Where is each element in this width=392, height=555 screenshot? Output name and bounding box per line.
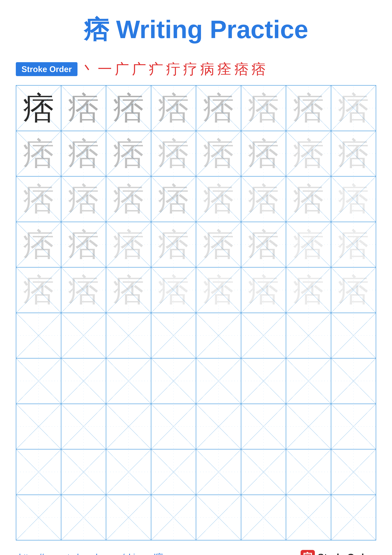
practice-char: 痞 (203, 183, 234, 215)
practice-char: 痞 (68, 183, 99, 215)
grid-cell[interactable]: 痞 (241, 222, 286, 267)
grid-cell[interactable]: 痞 (151, 176, 196, 222)
practice-char: 痞 (203, 274, 234, 306)
grid-cell[interactable] (16, 404, 61, 449)
grid-cell[interactable] (61, 449, 107, 495)
grid-cell[interactable] (286, 313, 331, 358)
practice-char: 痞 (203, 92, 234, 124)
grid-cell[interactable] (241, 358, 286, 404)
grid-cell[interactable]: 痞 (331, 131, 376, 176)
practice-char: 痞 (68, 138, 99, 169)
grid-cell[interactable]: 痞 (286, 131, 331, 176)
grid-cell[interactable]: 痞 (331, 222, 376, 267)
grid-cell[interactable]: 痞 (106, 222, 151, 267)
grid-cell[interactable] (151, 495, 196, 540)
grid-cell[interactable] (286, 495, 331, 540)
grid-cell[interactable] (106, 358, 151, 404)
grid-cell[interactable] (331, 313, 376, 358)
grid-cell[interactable]: 痞 (16, 268, 61, 313)
grid-cell[interactable]: 痞 (331, 268, 376, 313)
grid-cell[interactable]: 痞 (286, 222, 331, 267)
grid-cell[interactable] (16, 449, 61, 495)
page: 痞 Writing Practice Stroke Order 丶 一 广 广 … (0, 0, 392, 555)
grid-cell[interactable] (151, 358, 196, 404)
grid-cell[interactable] (196, 449, 241, 495)
grid-cell[interactable] (286, 449, 331, 495)
grid-cell[interactable] (196, 495, 241, 540)
grid-cell[interactable]: 痞 (61, 268, 107, 313)
grid-cell[interactable] (151, 313, 196, 358)
practice-char: 痞 (338, 229, 369, 260)
grid-cell[interactable] (106, 449, 151, 495)
grid-cell[interactable] (151, 404, 196, 449)
grid-cell[interactable]: 痞 (331, 176, 376, 222)
grid-cell[interactable] (196, 313, 241, 358)
grid-cell[interactable] (61, 358, 107, 404)
practice-char: 痞 (158, 229, 189, 260)
grid-cell[interactable] (331, 404, 376, 449)
grid-cell[interactable] (286, 358, 331, 404)
logo-icon: 字 (301, 550, 315, 555)
practice-char: 痞 (68, 92, 99, 124)
practice-char: 痞 (293, 92, 324, 124)
practice-char: 痞 (158, 183, 189, 215)
grid-cell[interactable]: 痞 (196, 268, 241, 313)
grid-cell[interactable] (331, 495, 376, 540)
grid-cell[interactable] (196, 358, 241, 404)
stroke-order-row: Stroke Order 丶 一 广 广 疒 疔 疗 病 痊 痞 痞 (16, 59, 376, 79)
grid-cell[interactable]: 痞 (286, 268, 331, 313)
grid-cell[interactable]: 痞 (241, 131, 286, 176)
grid-row: 痞 痞 痞 痞 痞 痞 痞 痞 (16, 176, 376, 222)
grid-cell[interactable]: 痞 (151, 131, 196, 176)
grid-cell[interactable] (16, 358, 61, 404)
grid-cell[interactable] (241, 495, 286, 540)
grid-cell[interactable] (106, 404, 151, 449)
grid-cell[interactable]: 痞 (16, 176, 61, 222)
grid-cell[interactable] (61, 313, 107, 358)
grid-cell[interactable]: 痞 (196, 176, 241, 222)
grid-cell[interactable] (241, 404, 286, 449)
grid-cell[interactable]: 痞 (151, 86, 196, 131)
grid-cell[interactable] (106, 313, 151, 358)
grid-cell[interactable]: 痞 (286, 176, 331, 222)
grid-cell[interactable]: 痞 (16, 131, 61, 176)
grid-row: 痞 痞 痞 痞 痞 痞 痞 痞 (16, 268, 376, 313)
grid-cell[interactable]: 痞 (61, 131, 107, 176)
practice-char: 痞 (23, 92, 54, 124)
grid-cell[interactable]: 痞 (196, 222, 241, 267)
grid-cell[interactable] (331, 449, 376, 495)
grid-cell[interactable]: 痞 (331, 86, 376, 131)
grid-cell[interactable]: 痞 (61, 176, 107, 222)
grid-cell[interactable]: 痞 (61, 222, 107, 267)
grid-cell[interactable] (61, 404, 107, 449)
grid-row (16, 449, 376, 495)
grid-cell[interactable]: 痞 (196, 131, 241, 176)
grid-cell[interactable] (241, 313, 286, 358)
grid-cell[interactable]: 痞 (196, 86, 241, 131)
grid-cell[interactable] (241, 449, 286, 495)
grid-cell[interactable]: 痞 (16, 222, 61, 267)
grid-cell[interactable]: 痞 (241, 268, 286, 313)
grid-cell[interactable] (331, 358, 376, 404)
grid-cell[interactable] (196, 404, 241, 449)
grid-cell[interactable]: 痞 (106, 131, 151, 176)
grid-cell[interactable]: 痞 (106, 268, 151, 313)
grid-cell[interactable]: 痞 (151, 268, 196, 313)
practice-char: 痞 (113, 92, 144, 124)
practice-grid[interactable]: 痞 痞 痞 痞 痞 痞 痞 痞 痞 痞 痞 痞 痞 痞 痞 痞 痞 痞 痞 痞 … (16, 85, 376, 540)
grid-cell[interactable]: 痞 (241, 176, 286, 222)
grid-cell[interactable] (61, 495, 107, 540)
grid-cell[interactable]: 痞 (106, 176, 151, 222)
grid-row: 痞 痞 痞 痞 痞 痞 痞 痞 (16, 86, 376, 131)
grid-cell[interactable]: 痞 (151, 222, 196, 267)
grid-cell[interactable] (16, 313, 61, 358)
grid-cell[interactable]: 痞 (61, 86, 107, 131)
grid-cell[interactable] (151, 449, 196, 495)
grid-cell[interactable]: 痞 (241, 86, 286, 131)
grid-cell[interactable]: 痞 (16, 86, 61, 131)
grid-cell[interactable]: 痞 (106, 86, 151, 131)
grid-cell[interactable]: 痞 (286, 86, 331, 131)
grid-cell[interactable] (16, 495, 61, 540)
grid-cell[interactable] (106, 495, 151, 540)
grid-cell[interactable] (286, 404, 331, 449)
